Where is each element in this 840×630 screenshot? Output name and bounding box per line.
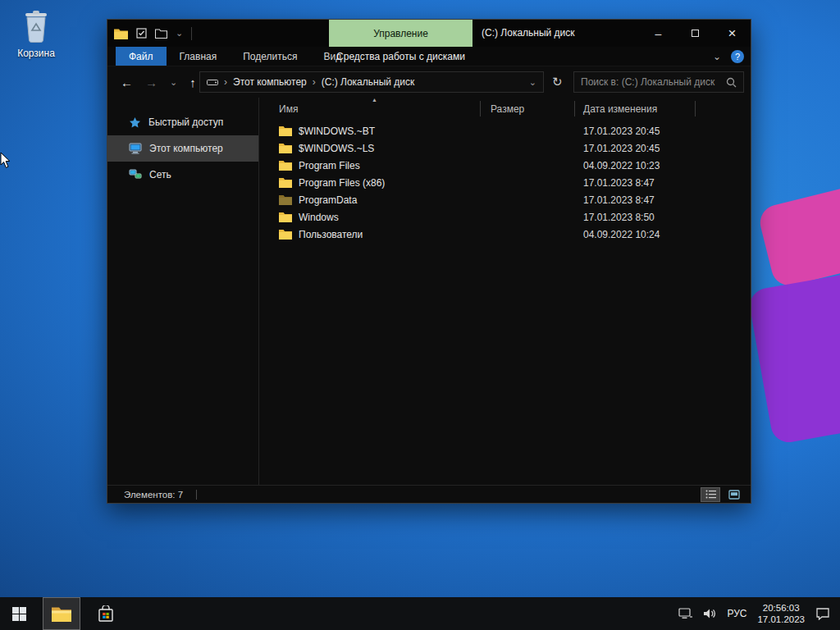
file-date: 17.01.2023 8:50 bbox=[575, 212, 696, 223]
taskbar: РУС 20:56:03 17.01.2023 bbox=[0, 597, 840, 630]
recycle-bin-label: Корзина bbox=[8, 48, 64, 59]
sidebar-item-network[interactable]: Сеть bbox=[107, 162, 258, 188]
qat-customize-chevron-icon[interactable]: ⌄ bbox=[176, 28, 183, 39]
file-row[interactable]: Windows 17.01.2023 8:50 bbox=[259, 208, 751, 226]
taskbar-file-explorer-button[interactable] bbox=[43, 597, 80, 630]
status-bar: Элементов: 7 bbox=[107, 485, 751, 503]
address-bar[interactable]: › Этот компьютер › (C:) Локальный диск ⌄ bbox=[199, 71, 544, 93]
navigation-bar: ← → ⌄ ↑ › Этот компьютер › (C:) Локальны… bbox=[107, 66, 751, 98]
file-name: Windows bbox=[299, 212, 339, 223]
large-icons-view-button[interactable] bbox=[724, 487, 744, 502]
file-name: $WINDOWS.~BT bbox=[299, 126, 375, 137]
qat-new-folder-icon[interactable] bbox=[155, 29, 167, 39]
file-date: 17.01.2023 20:45 bbox=[575, 126, 696, 137]
tab-drive-tools[interactable]: Средства работы с дисками bbox=[329, 47, 472, 66]
explorer-window: ⌄ Управление (C:) Локальный диск – × Фай… bbox=[107, 19, 751, 504]
address-dropdown-chevron-icon[interactable]: ⌄ bbox=[529, 77, 536, 88]
qat-separator bbox=[191, 27, 192, 40]
file-list: $WINDOWS.~BT 17.01.2023 20:45 $WINDOWS.~… bbox=[259, 122, 751, 243]
network-tray-icon[interactable] bbox=[678, 608, 692, 619]
main-area: Быстрый доступ Этот компьютер Сеть bbox=[107, 98, 751, 485]
notification-center-icon[interactable] bbox=[815, 607, 830, 620]
sidebar-item-this-pc[interactable]: Этот компьютер bbox=[107, 135, 258, 162]
file-row[interactable]: $WINDOWS.~LS 17.01.2023 20:45 bbox=[259, 139, 751, 157]
folder-icon bbox=[279, 177, 292, 188]
title-bar[interactable]: ⌄ Управление (C:) Локальный диск – × bbox=[107, 20, 751, 47]
folder-icon bbox=[279, 229, 292, 240]
taskbar-clock[interactable]: 20:56:03 17.01.2023 bbox=[757, 602, 805, 625]
hidden-folder-icon bbox=[279, 194, 292, 205]
maximize-icon bbox=[692, 30, 699, 37]
column-header-size[interactable]: Размер bbox=[481, 103, 575, 115]
ribbon-collapse-chevron-icon[interactable]: ⌄ bbox=[713, 51, 721, 62]
column-separator[interactable] bbox=[574, 101, 575, 116]
column-separator[interactable] bbox=[695, 101, 696, 116]
status-divider bbox=[196, 490, 197, 500]
tab-share[interactable]: Поделиться bbox=[230, 47, 310, 66]
up-button[interactable]: ↑ bbox=[189, 75, 196, 89]
qat-properties-icon[interactable] bbox=[136, 28, 147, 39]
file-row[interactable]: Пользователи 04.09.2022 10:24 bbox=[259, 226, 751, 243]
file-name: Program Files bbox=[299, 160, 360, 171]
mouse-cursor bbox=[0, 152, 11, 169]
sort-ascending-icon: ▲ bbox=[372, 97, 377, 103]
column-separator[interactable] bbox=[480, 101, 481, 116]
folder-icon bbox=[279, 160, 292, 171]
folder-icon bbox=[279, 212, 292, 222]
help-button[interactable]: ? bbox=[731, 50, 744, 63]
quick-access-toolbar: ⌄ bbox=[114, 20, 192, 47]
breadcrumb-this-pc[interactable]: Этот компьютер bbox=[233, 76, 307, 88]
file-date: 04.09.2022 10:23 bbox=[575, 160, 696, 171]
folder-icon bbox=[279, 143, 292, 153]
close-button[interactable]: × bbox=[714, 20, 751, 47]
file-row[interactable]: ProgramData 17.01.2023 8:47 bbox=[259, 191, 751, 208]
maximize-button[interactable] bbox=[677, 20, 714, 47]
file-row[interactable]: Program Files (x86) 17.01.2023 8:47 bbox=[259, 174, 751, 191]
clock-time: 20:56:03 bbox=[757, 602, 805, 614]
recycle-bin-shortcut[interactable]: Корзина bbox=[8, 8, 64, 59]
column-headers: ▲ Имя Размер Дата изменения bbox=[259, 98, 751, 120]
sidebar-item-label: Сеть bbox=[149, 169, 171, 180]
desktop[interactable]: Корзина ⌄ Управление ( bbox=[0, 0, 840, 630]
details-view-button[interactable] bbox=[701, 487, 720, 502]
file-date: 04.09.2022 10:24 bbox=[575, 229, 696, 240]
file-name: Program Files (x86) bbox=[299, 177, 385, 189]
items-count: Элементов: 7 bbox=[124, 490, 183, 500]
breadcrumb-separator: › bbox=[313, 76, 316, 88]
file-row[interactable]: $WINDOWS.~BT 17.01.2023 20:45 bbox=[259, 122, 751, 139]
refresh-button[interactable]: ↻ bbox=[552, 66, 563, 98]
wallpaper-shape-pink bbox=[756, 180, 840, 289]
tab-file[interactable]: Файл bbox=[116, 47, 167, 66]
clock-date: 17.01.2023 bbox=[757, 614, 805, 625]
tab-home[interactable]: Главная bbox=[167, 47, 231, 66]
this-pc-monitor-icon bbox=[129, 143, 142, 154]
quick-access-star-icon bbox=[129, 116, 141, 129]
sidebar-item-quick-access[interactable]: Быстрый доступ bbox=[107, 109, 258, 135]
search-box bbox=[573, 71, 744, 93]
breadcrumb-local-disk-c[interactable]: (C:) Локальный диск bbox=[322, 76, 415, 88]
column-header-date-modified[interactable]: Дата изменения bbox=[575, 103, 696, 115]
file-date: 17.01.2023 20:45 bbox=[575, 143, 696, 154]
file-name: ProgramData bbox=[299, 194, 357, 206]
ribbon-tab-bar: Файл Главная Поделиться Вид Средства раб… bbox=[107, 47, 751, 66]
start-button[interactable] bbox=[0, 597, 38, 630]
management-contextual-group[interactable]: Управление bbox=[329, 20, 472, 47]
drive-icon bbox=[207, 78, 218, 87]
search-input[interactable] bbox=[581, 76, 721, 88]
forward-button[interactable]: → bbox=[145, 75, 158, 89]
language-indicator[interactable]: РУС bbox=[727, 608, 746, 619]
back-button[interactable]: ← bbox=[121, 75, 133, 89]
file-list-area: ▲ Имя Размер Дата изменения $WINDOWS.~BT… bbox=[259, 98, 751, 485]
folder-icon bbox=[279, 126, 292, 136]
minimize-button[interactable]: – bbox=[640, 20, 677, 47]
file-row[interactable]: Program Files 04.09.2022 10:23 bbox=[259, 157, 751, 174]
search-icon[interactable] bbox=[726, 77, 737, 88]
volume-tray-icon[interactable] bbox=[703, 608, 716, 619]
taskbar-store-button[interactable] bbox=[87, 597, 125, 630]
navigation-pane: Быстрый доступ Этот компьютер Сеть bbox=[107, 98, 259, 485]
window-title: (C:) Локальный диск bbox=[482, 20, 575, 47]
sidebar-item-label: Этот компьютер bbox=[149, 143, 223, 154]
file-name: $WINDOWS.~LS bbox=[299, 143, 374, 154]
recent-locations-chevron-icon[interactable]: ⌄ bbox=[170, 77, 177, 88]
column-header-name[interactable]: Имя bbox=[259, 103, 481, 115]
